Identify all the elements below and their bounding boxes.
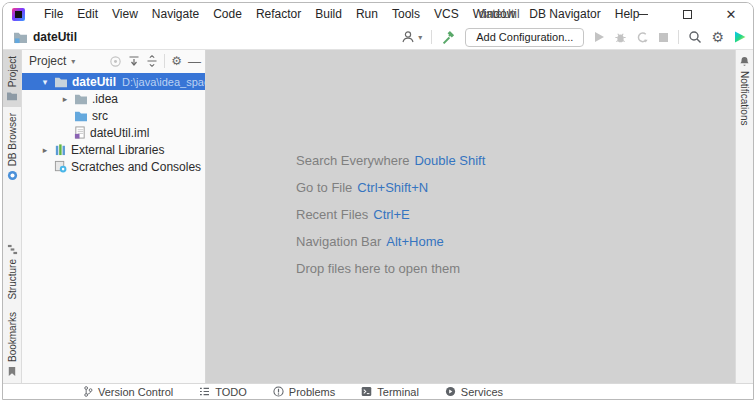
terminal-icon <box>361 386 372 397</box>
panel-header-separator <box>164 54 165 68</box>
toolwindow-label: Problems <box>289 386 335 398</box>
hint-navigation-bar: Navigation Bar Alt+Home <box>296 228 485 255</box>
chevron-down-icon[interactable]: ▾ <box>40 77 50 87</box>
project-tab-label: Project <box>7 56 18 87</box>
minimize-button[interactable] <box>621 3 665 25</box>
menu-edit[interactable]: Edit <box>70 4 105 24</box>
source-folder-icon <box>74 110 88 122</box>
close-icon: ✕ <box>726 8 737 21</box>
module-file-icon <box>74 126 86 139</box>
sidebar-item-notifications[interactable]: Notifications <box>736 50 753 131</box>
project-name-widget[interactable]: dateUtil <box>13 30 77 44</box>
chevron-right-icon[interactable]: ▸ <box>40 145 50 155</box>
collapse-all-icon[interactable] <box>146 55 158 67</box>
project-toolwindow: Project ▾ ⚙ — <box>22 50 206 383</box>
menu-tools[interactable]: Tools <box>385 4 427 24</box>
settings-gear-icon[interactable]: ⚙ <box>711 29 724 45</box>
project-tree: ▾ dateUtil D:\java\idea_space\dateUtil ▸… <box>22 72 205 175</box>
right-toolwindow-stripe: Notifications <box>735 50 753 383</box>
debug-icon[interactable] <box>614 31 627 44</box>
toolwindow-version-control[interactable]: Version Control <box>83 386 173 398</box>
shortcut-hints: Search Everywhere Double Shift Go to Fil… <box>296 147 485 282</box>
search-everywhere-icon[interactable] <box>688 30 702 44</box>
titlebar: File Edit View Navigate Code Refactor Bu… <box>3 3 753 25</box>
toolwindow-services[interactable]: Services <box>445 386 503 398</box>
toolbar-separator <box>678 30 679 44</box>
project-view-dropdown-icon[interactable]: ▾ <box>71 57 75 66</box>
hint-action: Recent Files <box>296 207 368 222</box>
build-hammer-icon[interactable] <box>441 30 456 45</box>
tree-root-name: dateUtil <box>72 75 116 89</box>
user-profile-icon[interactable] <box>401 30 415 44</box>
sidebar-item-structure[interactable]: Structure <box>3 238 21 306</box>
editor-area[interactable]: Search Everywhere Double Shift Go to Fil… <box>206 50 735 383</box>
sidebar-item-bookmarks[interactable]: Bookmarks <box>3 306 21 383</box>
tree-item-label: .idea <box>92 92 118 106</box>
libraries-icon <box>54 143 67 156</box>
intellij-logo-icon <box>12 8 25 21</box>
hide-panel-icon[interactable]: — <box>188 54 201 69</box>
services-icon <box>445 386 456 397</box>
sidebar-item-project[interactable]: Project <box>3 50 21 107</box>
menu-build[interactable]: Build <box>308 4 349 24</box>
structure-icon <box>7 244 18 255</box>
tree-root-path: D:\java\idea_space\dateUtil <box>122 76 205 88</box>
close-button[interactable]: ✕ <box>709 3 753 25</box>
bottom-toolwindow-bar: Version Control TODO Problems Terminal S… <box>3 383 753 399</box>
panel-settings-gear-icon[interactable]: ⚙ <box>171 54 182 68</box>
git-branch-icon <box>83 386 93 397</box>
ide-plugin-icon[interactable] <box>733 30 747 44</box>
toolwindow-label: TODO <box>215 386 247 398</box>
left-toolwindow-stripe: Project DB Browser Structure Bookmarks <box>3 50 22 383</box>
toolwindow-todo[interactable]: TODO <box>199 386 247 398</box>
menu-refactor[interactable]: Refactor <box>249 4 308 24</box>
sidebar-item-db-browser[interactable]: DB Browser <box>3 107 21 187</box>
hint-action: Drop files here to open them <box>296 261 460 276</box>
main-toolbar: dateUtil ▾ Add Configuration... <box>3 25 753 50</box>
tree-row-src[interactable]: src <box>22 107 205 124</box>
menu-run[interactable]: Run <box>349 4 385 24</box>
tree-row-root[interactable]: ▾ dateUtil D:\java\idea_space\dateUtil <box>22 73 205 90</box>
chevron-right-icon[interactable]: ▸ <box>60 94 70 104</box>
notifications-tab-label: Notifications <box>739 71 750 125</box>
stop-icon[interactable] <box>658 32 669 43</box>
hint-go-to-file: Go to File Ctrl+Shift+N <box>296 174 485 201</box>
locate-file-icon[interactable] <box>109 55 122 68</box>
toolbar-right-group: ▾ Add Configuration... ⚙ <box>401 25 747 49</box>
run-icon[interactable] <box>593 31 605 43</box>
coverage-icon[interactable] <box>636 31 649 44</box>
maximize-icon <box>683 10 692 19</box>
menu-file[interactable]: File <box>37 4 70 24</box>
hint-shortcut: Double Shift <box>414 153 485 168</box>
hint-action: Search Everywhere <box>296 153 409 168</box>
toolbar-separator <box>431 30 432 44</box>
db-browser-tab-label: DB Browser <box>7 113 18 166</box>
hint-action: Go to File <box>296 180 352 195</box>
toolwindow-terminal[interactable]: Terminal <box>361 386 419 398</box>
toolwindow-label: Version Control <box>98 386 173 398</box>
menu-view[interactable]: View <box>105 4 145 24</box>
user-dropdown-caret-icon[interactable]: ▾ <box>418 33 422 42</box>
toolwindow-problems[interactable]: Problems <box>273 386 335 398</box>
structure-tab-label: Structure <box>7 259 18 300</box>
tree-row-iml[interactable]: dateUtil.iml <box>22 124 205 141</box>
menu-code[interactable]: Code <box>206 4 249 24</box>
project-panel-header: Project ▾ ⚙ — <box>22 50 205 72</box>
window-title: dateUtil <box>479 7 520 21</box>
tree-row-external-libraries[interactable]: ▸ External Libraries <box>22 141 205 158</box>
project-panel-title[interactable]: Project <box>29 54 66 68</box>
maximize-button[interactable] <box>665 3 709 25</box>
tree-row-idea[interactable]: ▸ .idea <box>22 90 205 107</box>
expand-all-icon[interactable] <box>128 55 140 67</box>
main-area: Project DB Browser Structure Bookmarks <box>3 50 753 383</box>
tree-row-scratches[interactable]: Scratches and Consoles <box>22 158 205 175</box>
menu-navigate[interactable]: Navigate <box>145 4 206 24</box>
scratches-icon <box>54 160 67 173</box>
hint-drop-files: Drop files here to open them <box>296 255 485 282</box>
tree-item-label: src <box>92 109 108 123</box>
menu-db-navigator[interactable]: DB Navigator <box>522 4 607 24</box>
window-controls: ✕ <box>621 3 753 25</box>
toolwindow-label: Services <box>461 386 503 398</box>
add-configuration-button[interactable]: Add Configuration... <box>465 28 584 47</box>
menu-vcs[interactable]: VCS <box>427 4 466 24</box>
